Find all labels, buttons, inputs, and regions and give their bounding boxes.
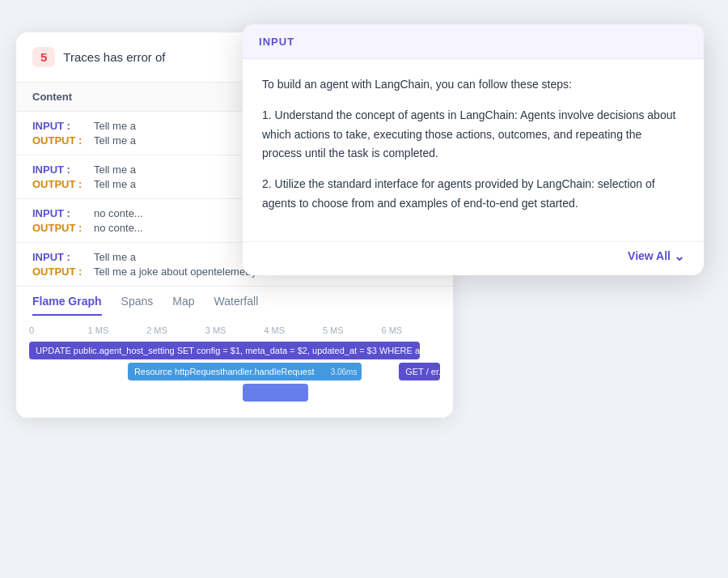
output-value: Tell me a: [94, 134, 136, 147]
popup-intro: To build an agent with LangChain, you ca…: [262, 75, 684, 95]
flame-bar-row-3: [29, 384, 440, 402]
input-value: no conte...: [94, 207, 143, 219]
time-axis: 0 1 MS 2 MS 3 MS 4 MS 5 MS 6 MS: [29, 325, 440, 335]
tab-map[interactable]: Map: [172, 295, 194, 316]
tab-waterfall[interactable]: Waterfall: [214, 295, 259, 316]
output-label: OUTPUT :: [32, 178, 87, 190]
flame-bar-label-get: GET / er...: [405, 367, 440, 376]
flame-bar-http[interactable]: Resource httpRequesthandler.handleReques…: [128, 363, 362, 380]
tab-spans[interactable]: Spans: [121, 295, 154, 316]
time-label-5ms: 5 MS: [323, 325, 382, 335]
time-label-6ms: 6 MS: [381, 325, 440, 335]
input-label: INPUT :: [32, 251, 87, 263]
time-label-4ms: 4 MS: [264, 325, 323, 335]
tabs-section: Flame Graph Spans Map Waterfall: [16, 286, 453, 316]
time-label-1ms: 1 MS: [88, 325, 147, 335]
output-value: Tell me a joke about opentelemetry: [94, 266, 257, 278]
flame-bar-get[interactable]: GET / er...: [399, 363, 440, 380]
popup-point-1: 1. Understand the concept of agents in L…: [262, 106, 684, 164]
time-label-0: 0: [29, 325, 88, 335]
view-all-button[interactable]: View All ⌄: [628, 249, 684, 264]
output-label: OUTPUT :: [32, 134, 87, 147]
popup-title: INPUT: [259, 36, 294, 48]
popup-header: INPUT: [243, 24, 704, 59]
flame-bar-duration-2: 3.06ms: [331, 368, 358, 376]
flame-bar-indigo[interactable]: [243, 384, 308, 402]
flame-bar-label-2: Resource httpRequesthandler.handleReques…: [134, 367, 315, 376]
input-value: Tell me a: [94, 251, 136, 263]
popup-card: INPUT To build an agent with LangChain, …: [243, 24, 704, 275]
input-label: INPUT :: [32, 164, 87, 176]
flame-bar-label-1: UPDATE public.agent_host_setting SET con…: [36, 346, 420, 355]
input-label: INPUT :: [32, 120, 87, 132]
flame-bar-row-2: Resource httpRequesthandler.handleReques…: [29, 363, 440, 380]
popup-point-2: 2. Utilize the standard interface for ag…: [262, 175, 684, 214]
tab-flame-graph[interactable]: Flame Graph: [32, 295, 102, 316]
time-label-2ms: 2 MS: [146, 325, 205, 335]
error-text: Traces has error of: [63, 50, 165, 64]
error-badge: 5: [32, 47, 55, 67]
input-value: Tell me a: [94, 120, 136, 132]
output-label: OUTPUT :: [32, 222, 87, 234]
view-all-label: View All: [628, 249, 671, 262]
flame-bar-row-1: UPDATE public.agent_host_setting SET con…: [29, 342, 440, 359]
tabs-row: Flame Graph Spans Map Waterfall: [32, 287, 437, 316]
output-value: no conte...: [94, 222, 143, 234]
chevron-down-icon: ⌄: [674, 249, 684, 264]
flame-bar-update[interactable]: UPDATE public.agent_host_setting SET con…: [29, 342, 420, 359]
output-value: Tell me a: [94, 178, 136, 190]
flame-section: 0 1 MS 2 MS 3 MS 4 MS 5 MS 6 MS UPDATE p…: [16, 316, 453, 418]
output-label: OUTPUT :: [32, 266, 87, 278]
input-label: INPUT :: [32, 207, 87, 219]
view-all-row: View All ⌄: [243, 241, 704, 275]
popup-body: To build an agent with LangChain, you ca…: [243, 59, 704, 241]
input-value: Tell me a: [94, 164, 136, 176]
time-label-3ms: 3 MS: [205, 325, 265, 335]
